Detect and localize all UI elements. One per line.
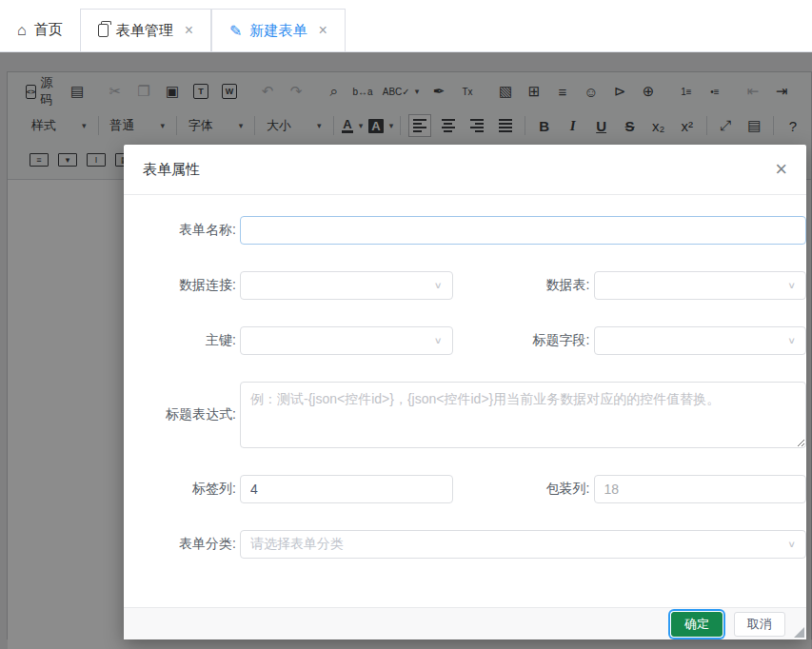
form-category-label: 表单分类:	[124, 536, 240, 553]
label-column-input[interactable]	[240, 475, 453, 503]
tab-new-form-label: 新建表单	[249, 22, 307, 40]
close-icon[interactable]: ×	[775, 159, 787, 180]
close-icon[interactable]: ×	[318, 22, 327, 39]
form-category-select[interactable]: 请选择表单分类 ∨	[240, 530, 806, 559]
form-name-input[interactable]	[240, 216, 806, 245]
dialog-body: 表单名称: 数据连接: ∨ 数据表: ∨ 主键: ∨ 标题字段:	[124, 195, 806, 607]
primary-key-label: 主键:	[124, 332, 240, 349]
chevron-down-icon: ∨	[787, 335, 796, 345]
form-row-connection: 数据连接: ∨ 数据表: ∨	[124, 271, 806, 300]
close-icon[interactable]: ×	[185, 22, 193, 39]
primary-key-select[interactable]: ∨	[240, 326, 453, 355]
data-table-select[interactable]: ∨	[594, 271, 807, 300]
title-field-label: 标题字段:	[453, 332, 594, 349]
title-field-select[interactable]: ∨	[594, 326, 807, 355]
edit-icon: ✎	[229, 22, 242, 40]
dialog-header: 表单属性 ×	[124, 145, 806, 195]
wrap-column-input[interactable]	[594, 475, 807, 503]
dialog-footer: 确定 取消	[124, 607, 806, 639]
form-row-columns: 标签列: 包装列:	[124, 475, 806, 503]
form-name-label: 表单名称:	[124, 222, 240, 239]
document-icon	[98, 24, 109, 37]
form-properties-dialog: 表单属性 × 表单名称: 数据连接: ∨ 数据表: ∨ 主键: ∨	[124, 145, 806, 639]
form-category-placeholder: 请选择表单分类	[250, 536, 344, 553]
data-table-label: 数据表:	[453, 277, 594, 294]
label-column-label: 标签列:	[124, 481, 240, 498]
title-expression-textarea[interactable]	[240, 382, 806, 448]
tab-bar: ⌂ 首页 表单管理 × ✎ 新建表单 ×	[0, 0, 812, 52]
tab-home-label: 首页	[34, 21, 63, 39]
form-row-key: 主键: ∨ 标题字段: ∨	[124, 326, 806, 355]
home-icon: ⌂	[17, 22, 27, 39]
tab-new-form[interactable]: ✎ 新建表单 ×	[211, 9, 346, 51]
chevron-down-icon: ∨	[434, 280, 443, 290]
form-row-category: 表单分类: 请选择表单分类 ∨	[124, 530, 806, 559]
tab-form-management[interactable]: 表单管理 ×	[80, 9, 211, 51]
data-connection-label: 数据连接:	[124, 277, 240, 294]
cancel-button[interactable]: 取消	[734, 612, 785, 637]
resize-handle[interactable]	[794, 627, 804, 638]
tab-home[interactable]: ⌂ 首页	[0, 9, 80, 51]
chevron-down-icon: ∨	[787, 280, 796, 290]
wrap-column-label: 包装列:	[453, 481, 594, 498]
tab-form-management-label: 表单管理	[116, 22, 173, 40]
title-expression-label: 标题表达式:	[124, 406, 240, 423]
ok-button[interactable]: 确定	[671, 612, 723, 637]
chevron-down-icon: ∨	[787, 539, 796, 549]
dialog-title: 表单属性	[143, 161, 200, 179]
form-row-name: 表单名称:	[124, 216, 806, 245]
data-connection-select[interactable]: ∨	[240, 271, 453, 300]
chevron-down-icon: ∨	[434, 335, 443, 345]
form-row-expression: 标题表达式:	[124, 382, 806, 448]
